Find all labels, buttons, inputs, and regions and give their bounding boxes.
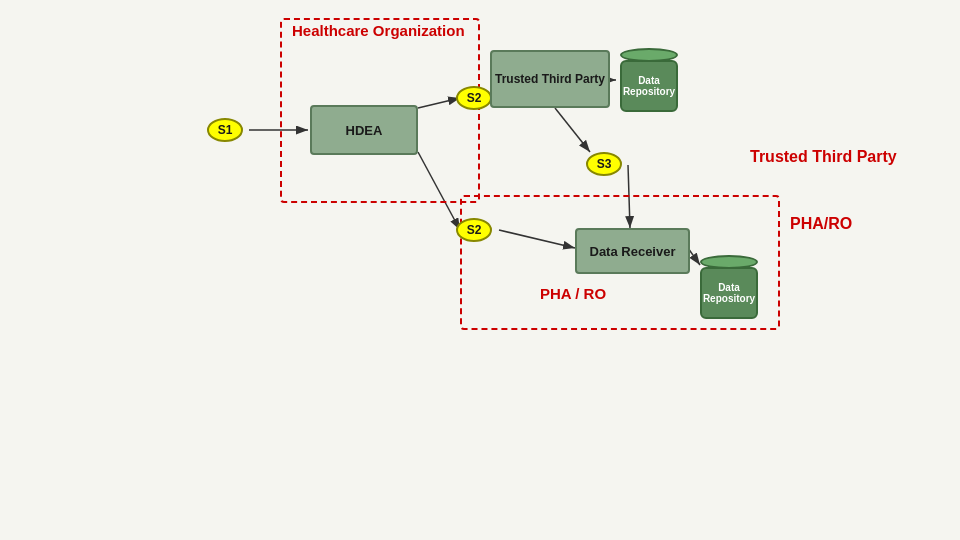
svg-line-7	[418, 152, 460, 230]
svg-line-5	[555, 108, 590, 152]
data-receiver-node: Data Receiver	[575, 228, 690, 274]
pha-label-inside: PHA / RO	[540, 285, 606, 302]
svg-line-2	[418, 98, 460, 108]
cylinder-top-body: Data Repository	[620, 60, 678, 112]
svg-line-6	[628, 165, 630, 228]
cylinder-bottom-body: Data Repository	[700, 267, 758, 319]
s1-node: S1	[207, 118, 243, 142]
svg-line-8	[499, 230, 575, 248]
s3-node: S3	[586, 152, 622, 176]
arrows-svg	[0, 0, 960, 540]
cylinder-top-cap	[620, 48, 678, 62]
trusted-third-party-side-label: Trusted Third Party	[750, 148, 897, 166]
pha-ro-side-label: PHA/RO	[790, 215, 852, 233]
trusted-third-party-node: Trusted Third Party	[490, 50, 610, 108]
s2-top-node: S2	[456, 86, 492, 110]
cylinder-bottom-cap	[700, 255, 758, 269]
data-repo-bottom-node: Data Repository	[700, 255, 758, 319]
hdea-node: HDEA	[310, 105, 418, 155]
data-repo-top-node: Data Repository	[620, 48, 678, 112]
healthcare-org-label: Healthcare Organization	[292, 22, 465, 41]
diagram-container: Healthcare Organization PHA / RO S1 HDEA…	[0, 0, 960, 540]
s2-bottom-node: S2	[456, 218, 492, 242]
